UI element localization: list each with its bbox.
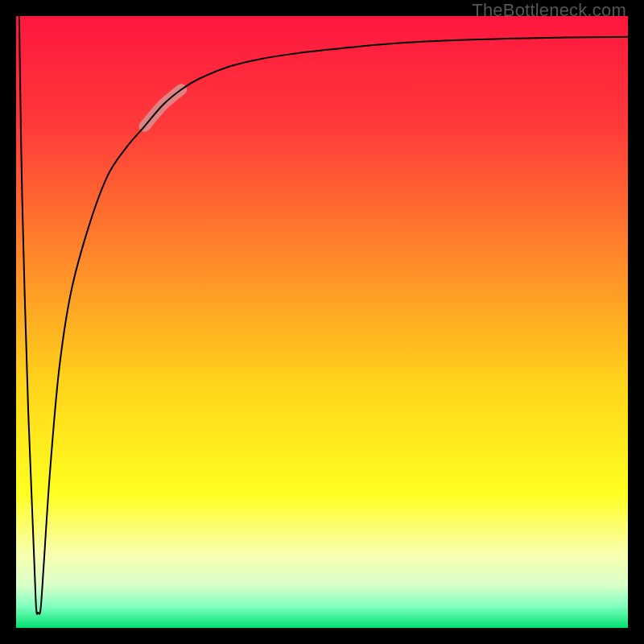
chart-frame: TheBottleneck.com <box>0 0 644 644</box>
plot-area <box>16 16 628 628</box>
gradient-background <box>16 16 628 628</box>
chart-svg <box>16 16 628 628</box>
